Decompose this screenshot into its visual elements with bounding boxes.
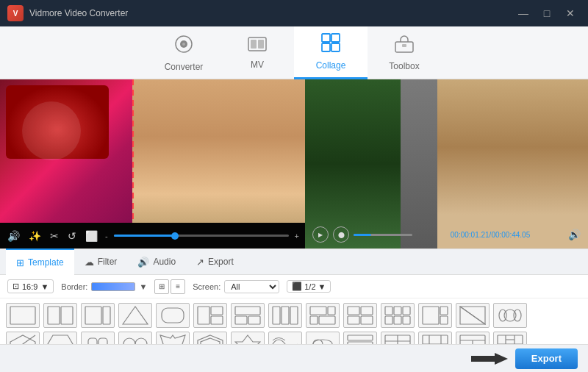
svg-rect-21 <box>211 316 223 324</box>
svg-rect-32 <box>348 307 359 315</box>
svg-rect-53 <box>88 338 97 344</box>
tab-filter[interactable]: ☁ Filter <box>74 248 128 275</box>
border-control: Border: ▼ <box>61 282 147 291</box>
audio-tab-label: Audio <box>153 257 176 267</box>
template-cell[interactable] <box>43 332 77 344</box>
close-button[interactable]: ✕ <box>560 5 581 21</box>
svg-marker-46 <box>460 307 485 324</box>
right-play-button[interactable]: ▶ <box>312 226 329 243</box>
svg-rect-44 <box>440 316 448 324</box>
svg-rect-61 <box>348 335 373 340</box>
template-cell[interactable] <box>381 332 415 344</box>
svg-rect-42 <box>423 307 439 324</box>
border-color-selector[interactable] <box>91 282 135 291</box>
maximize-button[interactable]: □ <box>537 5 557 21</box>
toolbox-icon <box>394 35 415 58</box>
cut-button[interactable]: ✂ <box>49 230 60 242</box>
template-cell[interactable] <box>156 303 190 328</box>
nav-toolbox[interactable]: Toolbox <box>368 26 441 79</box>
template-cell[interactable] <box>231 332 265 344</box>
app-title: Vidmore Video Converter <box>29 8 128 18</box>
template-cell[interactable] <box>6 303 40 328</box>
template-cell[interactable] <box>493 303 527 328</box>
toolbar-row: ⊡ 16:9 ▼ Border: ▼ ⊞ ≡ Screen: All Scree… <box>0 275 588 298</box>
template-cell[interactable] <box>493 332 527 344</box>
template-cell[interactable] <box>418 332 452 344</box>
svg-rect-54 <box>98 338 107 344</box>
tab-export[interactable]: ↗ Export <box>186 248 244 275</box>
border-grid-icon[interactable]: ⊞ <box>154 279 169 294</box>
ratio-selector[interactable]: ⊡ 16:9 ▼ <box>7 279 54 293</box>
template-tab-icon: ⊞ <box>16 257 24 268</box>
collage-icon <box>320 32 341 57</box>
template-cell[interactable] <box>156 332 190 344</box>
export-button[interactable]: Export <box>515 348 578 369</box>
template-cell[interactable] <box>306 303 340 328</box>
template-cell[interactable] <box>381 303 415 328</box>
svg-rect-6 <box>322 34 330 42</box>
ratio-icon: ⊡ <box>12 282 19 291</box>
svg-rect-30 <box>310 316 318 324</box>
svg-point-56 <box>135 338 147 344</box>
template-cell[interactable] <box>6 332 40 344</box>
template-cell[interactable] <box>456 332 490 344</box>
border-pattern-icon[interactable]: ≡ <box>171 279 185 294</box>
tab-audio[interactable]: 🔊 Audio <box>127 248 186 275</box>
bottom-bar: Export <box>0 344 588 372</box>
tab-template[interactable]: ⊞ Template <box>6 248 74 275</box>
svg-rect-16 <box>103 307 110 324</box>
template-cell[interactable] <box>268 303 302 328</box>
template-cell[interactable] <box>193 332 227 344</box>
svg-rect-13 <box>48 307 60 324</box>
svg-rect-41 <box>403 316 410 324</box>
tab-bar: ⊞ Template ☁ Filter 🔊 Audio ↗ Export <box>0 248 588 275</box>
right-volume-icon[interactable]: 🔊 <box>568 229 581 240</box>
template-cell[interactable] <box>81 332 115 344</box>
window-controls: — □ ✕ <box>513 5 581 21</box>
template-tab-label: Template <box>28 257 64 268</box>
volume-button[interactable]: 🔊 <box>6 230 21 242</box>
video-area: 🔊 ✨ ✂ ↺ ⬜ - + <box>0 79 588 248</box>
svg-rect-43 <box>440 307 448 315</box>
template-cell[interactable] <box>343 332 377 344</box>
right-video-segment-1 <box>305 79 401 248</box>
svg-point-2 <box>182 43 185 46</box>
subtitle-button[interactable]: ⬜ <box>84 230 99 242</box>
right-stop-button[interactable]: ⬤ <box>333 226 349 243</box>
rotate-button[interactable]: ↺ <box>66 230 78 242</box>
nav-mv[interactable]: MV <box>220 26 294 79</box>
template-cell[interactable] <box>118 303 152 328</box>
svg-rect-38 <box>403 307 410 315</box>
template-cell[interactable] <box>43 303 77 328</box>
minimize-button[interactable]: — <box>513 5 534 21</box>
svg-point-49 <box>514 310 521 321</box>
svg-rect-15 <box>85 307 101 324</box>
template-cell[interactable] <box>81 303 115 328</box>
template-cell[interactable] <box>418 303 452 328</box>
template-cell[interactable] <box>306 332 340 344</box>
template-cell[interactable] <box>268 332 302 344</box>
right-time-display: 00:00:01.21/00:00:44.05 <box>451 231 530 239</box>
effects-button[interactable]: ✨ <box>27 230 43 242</box>
nav-bar: Converter MV Collage <box>0 26 588 79</box>
template-cell[interactable] <box>231 303 265 328</box>
video-controls-bar: 🔊 ✨ ✂ ↺ ⬜ - + <box>0 223 305 248</box>
svg-rect-26 <box>282 307 289 324</box>
nav-collage[interactable]: Collage <box>294 26 368 79</box>
template-cell[interactable] <box>456 303 490 328</box>
template-cell[interactable] <box>343 303 377 328</box>
screen-select[interactable]: All Screen 1 Screen 2 <box>224 280 279 293</box>
right-video-segment-2 <box>401 79 437 248</box>
template-cell[interactable] <box>118 332 152 344</box>
right-progress-bar[interactable] <box>354 234 412 236</box>
page-value: 1/2 <box>304 282 315 291</box>
svg-marker-59 <box>201 338 220 344</box>
page-control[interactable]: ⬛ 1/2 ▼ <box>287 280 331 293</box>
progress-bar[interactable] <box>114 235 289 237</box>
right-panel-controls: ▶ ⬤ 00:00:01.21/00:00:44.05 🔊 <box>305 226 588 243</box>
border-dropdown-icon[interactable]: ▼ <box>139 282 147 291</box>
template-row-2 <box>6 332 582 344</box>
template-cell[interactable] <box>193 303 227 328</box>
ratio-chevron: ▼ <box>40 282 49 291</box>
nav-converter[interactable]: Converter <box>147 26 220 79</box>
